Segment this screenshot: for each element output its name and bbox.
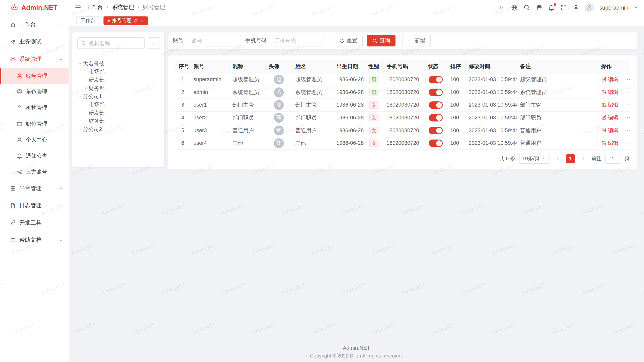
sidebar-item[interactable]: 帮助文档 [0,232,69,249]
edit-button[interactable]: 编辑 [601,88,618,96]
status-toggle[interactable] [429,101,443,108]
user-avatar[interactable] [585,3,594,12]
status-toggle[interactable] [429,76,443,83]
sidebar-item[interactable]: 系统管理 [0,51,69,68]
status-toggle[interactable] [429,114,443,121]
ellipsis-icon [151,40,156,46]
bell-icon[interactable] [548,4,555,11]
view-tab[interactable]: 工作台 [76,16,99,25]
row-more-icon[interactable] [625,115,629,121]
tree-item[interactable]: 市场部 [77,68,159,76]
row-more-icon[interactable] [625,127,629,133]
query-button[interactable]: 查询 [367,35,395,47]
org-search-field[interactable] [77,37,145,49]
gift-icon[interactable] [536,4,543,11]
sidebar-item[interactable]: 开发工具 [0,214,69,232]
account-field[interactable] [188,35,241,47]
globe-icon[interactable] [511,4,518,11]
add-button[interactable]: 新增 [402,35,431,47]
tree-item[interactable]: 财务部 [77,117,159,125]
cell-account: user3 [190,124,229,137]
goto-page-input[interactable] [605,154,621,163]
sidebar-item-label: 通知公告 [26,152,47,159]
chevron-down-icon [59,22,63,27]
cell-birthdate: 1986-06-28 [333,73,365,86]
breadcrumb: / 工作台 / 系统管理 / 账号管理 [86,4,165,11]
table-row: 4 user2 部门职员 部 部门职员 1986-06-28 女 [175,111,630,124]
cell-remark: 部门职员 [517,111,598,124]
cell-avatar: 超 [265,73,292,86]
status-toggle[interactable] [429,88,443,96]
sidebar-item[interactable]: 通知公告 [0,148,69,164]
tree-item[interactable]: 大名科技 [77,60,159,68]
tree-item[interactable]: 研发部 [77,76,159,84]
fontsize-icon[interactable]: Tt [499,4,506,11]
edit-button[interactable]: 编辑 [601,76,618,83]
phone-input[interactable] [274,37,320,43]
edit-button[interactable]: 编辑 [601,101,618,108]
cell-status [424,86,447,99]
sidebar-item[interactable]: 日志管理 [0,197,69,214]
org-search-input[interactable] [89,40,141,46]
prev-page-button[interactable] [553,154,562,163]
avatar-user-icon [587,5,592,10]
sidebar-item[interactable]: 三方账号 [0,164,69,180]
chevron-down-icon [59,40,63,44]
breadcrumb-item[interactable]: / 账号管理 [138,4,165,11]
breadcrumb-separator: / [138,4,139,10]
sidebar-item[interactable]: 机构管理 [0,100,69,116]
tree-item[interactable]: 财务部 [77,84,159,93]
reset-button[interactable]: 重置 [334,35,363,47]
row-more-icon[interactable] [625,102,629,108]
cell-phone: 18020030720 [383,73,424,86]
column-header: 头像 [265,60,292,73]
row-more-icon[interactable] [625,76,629,82]
phone-field[interactable] [271,35,324,47]
status-toggle[interactable] [429,127,443,134]
sidebar-item[interactable]: 业务测试 [0,33,69,51]
breadcrumb-item[interactable]: / 工作台 [86,4,103,11]
username[interactable]: superadmin [599,4,628,10]
chevron-down-icon [542,157,546,161]
cell-index: 3 [175,99,190,111]
sidebar-item[interactable]: 角色管理 [0,84,69,100]
account-input[interactable] [191,37,237,43]
page-size-select[interactable]: 10条/页 [519,154,549,163]
sidebar-item[interactable]: 工作台 [0,16,69,33]
tree-item[interactable]: 分公司2 [77,125,159,133]
next-page-button[interactable] [579,154,588,163]
tree-item[interactable]: 研发部 [77,109,159,117]
sidebar-item[interactable]: 职位管理 [0,116,69,132]
edit-button[interactable]: 编辑 [601,114,618,121]
row-more-icon[interactable] [625,89,629,95]
collapse-menu-icon[interactable] [75,4,81,11]
row-more-icon[interactable] [625,140,629,146]
edit-label: 编辑 [608,114,618,121]
tree-item[interactable]: 分公司1 [77,92,159,101]
cell-gender: 男 [365,73,383,86]
page-number-current[interactable]: 1 [566,154,575,163]
cell-sort: 100 [447,86,465,99]
status-toggle[interactable] [429,139,443,147]
search-icon[interactable] [524,4,531,11]
column-header: 账号 [190,60,229,73]
avatar: 其 [274,138,284,148]
fullscreen-icon[interactable] [560,4,568,11]
edit-button[interactable]: 编辑 [601,127,618,134]
tree-item[interactable]: 市场部 [77,101,159,109]
gear-icon [10,56,16,62]
sidebar-item[interactable]: 账号管理 [0,68,69,84]
tab-close-icon[interactable] [140,19,144,23]
user-icon[interactable] [573,4,580,11]
tab-refresh-icon[interactable] [134,19,138,23]
edit-button[interactable]: 编辑 [601,139,618,147]
org-more-button[interactable] [148,37,159,49]
user-menu-chevron-icon[interactable] [634,5,638,10]
app-logo[interactable]: Admin.NET [0,0,69,15]
breadcrumb-item[interactable]: / 系统管理 [107,4,134,11]
avatar: 部 [274,100,284,110]
org-search-row [77,37,159,49]
view-tab[interactable]: 账号管理 [103,16,148,25]
sidebar-item[interactable]: 平台管理 [0,180,69,197]
sidebar-item[interactable]: 个人中心 [0,132,69,148]
